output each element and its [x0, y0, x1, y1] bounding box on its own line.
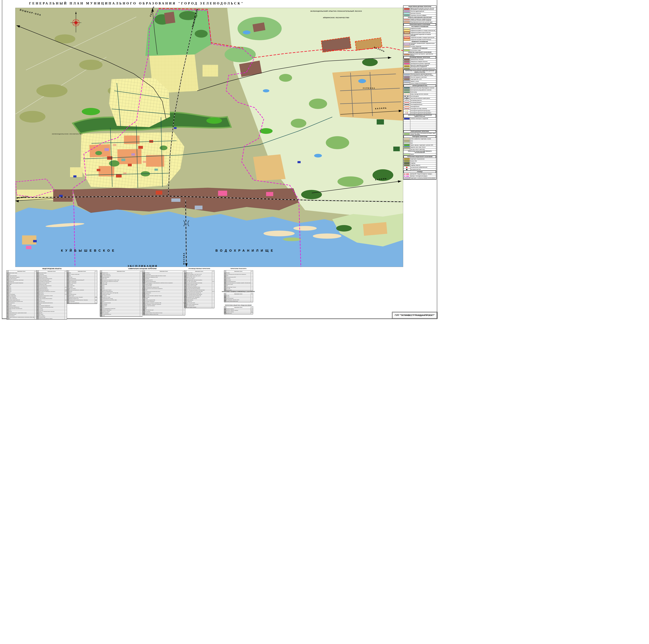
table-row: 19Стадион "Комсомолец": [7, 298, 37, 300]
legend-swatch: [403, 39, 410, 41]
table-row: 15ЗАГС: [7, 292, 37, 294]
legend-item-label: скотомогильник сибиреязвенный,: [410, 167, 436, 168]
legend-swatch: [403, 53, 410, 56]
legend-swatch: [403, 32, 410, 34]
legend-item: луга: [403, 142, 436, 144]
table-row: 5Станция обезжелезивания воды: [224, 301, 253, 302]
legend-item-label: железнодорожный мост: [410, 104, 436, 105]
table-row: 57ГУП "Татинвестгражданпроект": [37, 305, 67, 307]
legend-swatch: [403, 63, 410, 65]
legend-swatch: [403, 78, 410, 80]
table-row: VIАвтостанция: [224, 279, 253, 281]
legend-item-label: санаториев, профилакториев, оздоровитель…: [410, 43, 436, 45]
table-row: 23Бассейн: [7, 304, 37, 305]
table-row: 6Комитет по строительству и архитектуре: [7, 279, 37, 281]
legend-item-label: железная дорога: [410, 95, 436, 97]
legend-item: территорий АЗС, АГЗС: [403, 78, 436, 81]
table-row: XIVЗеленод. машиностроительный завод (ЗМ…: [184, 291, 214, 292]
table-row: XLVIКазанский ЭТУС: [143, 292, 185, 294]
table-header-row: № п/пНаименование объектаприм.: [143, 270, 185, 272]
legend-item-label: луга: [410, 142, 436, 144]
table-row: 3Военный комиссариат: [7, 275, 37, 277]
legend-swatch: [403, 28, 410, 30]
table-row: IIОАО "Зеленодольское автотранспортное п…: [224, 274, 253, 275]
table-row: XXVIУчасток механизации Госпромстрой: [100, 308, 142, 309]
table-row: LVIБаня: [143, 307, 185, 308]
legend-swatch: [403, 133, 410, 135]
table-row: XXXVКоммунальное предприятие ПТЖХ: [143, 277, 185, 278]
legend-item-label: усадебной застройки на 1 очередь строите…: [410, 30, 436, 32]
table-row: 2Мемориал "Немецкое кладбище"закрытое: [224, 310, 253, 311]
legend-swatch: [403, 124, 410, 126]
legend-item-label: магистральная улица общегородского значе…: [410, 87, 436, 89]
legend-item: проектные территории для развития произв…: [403, 65, 436, 67]
legend-section-header: ОБЪЕКТЫ ОБРАЗОВАНИЯ И ВОСПИТАНИЯ: [403, 16, 436, 18]
legend-item: путепровод (существ.): [403, 99, 436, 101]
legend-item: пляжи, прибрежные территории, острова: [403, 138, 436, 140]
table-row: 3Электроподстанция: [224, 298, 253, 299]
table-row: 58ПКТБ (проектно-конструкторское бюро): [37, 307, 67, 308]
legend-item: культовых объектов: [403, 12, 436, 14]
legend-item: производственно-деловых территорий: [403, 63, 436, 65]
table-row: 52Учебно-производственный комбинат: [37, 298, 67, 300]
legend-item-label: объектов внешнего траспорта (автовокзал,…: [410, 74, 436, 76]
legend-item-label: объектов городского транспорта: [410, 77, 436, 78]
legend-item: [403, 120, 436, 122]
legend-item-label: пешеходный подземный переход (предл.): [410, 112, 436, 113]
table-row: IПожарная часть: [100, 272, 142, 274]
legend-swatch: [403, 138, 410, 140]
table-row: 69РКЦ: [67, 275, 97, 277]
legend-swatch: [403, 30, 410, 32]
legend-swatch: [403, 120, 410, 122]
table-row: LVIIКБО: [143, 308, 185, 309]
table-row: 38Кожно-венерологический диспансер: [37, 278, 67, 279]
table-header-row: № п/пНаименование объектаприм.: [67, 270, 97, 272]
table-row: XXIXПКФ Стройсервис: [100, 312, 142, 314]
table-row: XXVПромплощадка (западная): [184, 307, 214, 308]
legend-swatch: [403, 37, 410, 39]
table-row: 2ГРС № 2: [224, 296, 253, 298]
legend-item-label: территории с особыми условиями использов…: [410, 177, 436, 179]
table-header-row: № п/пНаименование объектаприм.: [100, 270, 142, 272]
table-row: LXГородской комбинат благоустройства (те…: [143, 312, 185, 314]
table-row: XIТракторный парк "Учитель": [224, 286, 253, 288]
table-row: 81Рынок: [67, 292, 97, 294]
explication-title: ЭКСПЛИКАЦИЯ: [100, 264, 185, 268]
legend-item: пешеходный подземный переход (предл.): [403, 112, 436, 114]
table-row: XXXVIОвощебаза: [143, 278, 185, 279]
legend-swatch: [403, 118, 410, 120]
table-row: XIIСМУ-3: [100, 288, 142, 289]
table-row: 17Бюро приватизации: [7, 295, 37, 296]
table-row: XLIСклады В/Ч 59044: [143, 285, 185, 286]
table-row: 43Противотуберкулезный диспансер: [37, 285, 67, 286]
table-row: 85Мемориал "Вечный огонь": [67, 298, 97, 300]
legend-swatch: [403, 93, 410, 95]
table-row: 37Женская консультация: [37, 277, 67, 278]
legend-item-label: полосы отвода железной дороги: [410, 83, 436, 84]
legend-item-label: территорий АЗС, АГЗС: [410, 79, 436, 80]
legend-swatch: [403, 144, 410, 146]
table-row: 21Детская юношеская спортивная школа: [7, 301, 37, 302]
table-row: 3Городское кладбищедве новые территории: [224, 311, 253, 313]
table-row: 35Поликлиника: [37, 274, 67, 275]
legend-item-label: транспортная развязка в одном уровне: [410, 98, 436, 99]
legend-item-label: магистральная улица районного значения: [410, 89, 436, 91]
table-row: XIXСтройтехучасток АО "Чулпан": [100, 298, 142, 300]
table-row: XLVIIИЧП "РОСС": [143, 294, 185, 295]
legend-item-label: озеленение общего пользовния (лесопарки,…: [410, 133, 436, 135]
legend-item: пешеходная лестница, эскалатор: [403, 108, 436, 110]
table-row: XIIIСклады з-да им. Горького: [100, 289, 142, 291]
legend-item-label: водоемы: реки, озера / болота: [410, 146, 436, 148]
legend-item: путепровод (предлаг.): [403, 101, 436, 104]
legend-item: существующей секционной 2-10-этажной зас…: [403, 34, 436, 37]
table-row: VIIЗеленодольское предприятие электросет…: [100, 281, 142, 282]
water-label-kuybyshevskoe: КУЙБЫШЕВСКОЕ: [61, 249, 117, 252]
table-row: LIIООО фирма "Лифтремонт": [143, 301, 185, 302]
table-row: IIIПАТП: [224, 275, 253, 277]
table-row: XXIПМК - 4: [100, 301, 142, 302]
legend-section-header: ТЕРРИТОРИИ ЖИЛОГО НАЗНАЧЕНИЯ: [403, 24, 436, 26]
legend-item-label: культовых объектов: [410, 12, 436, 14]
table-communal-col1: № п/пНаименование объектаприм.IПожарная …: [100, 270, 142, 317]
table-row: XXXIIООО "Викос": [143, 272, 185, 274]
legend-swatch: [403, 160, 410, 162]
